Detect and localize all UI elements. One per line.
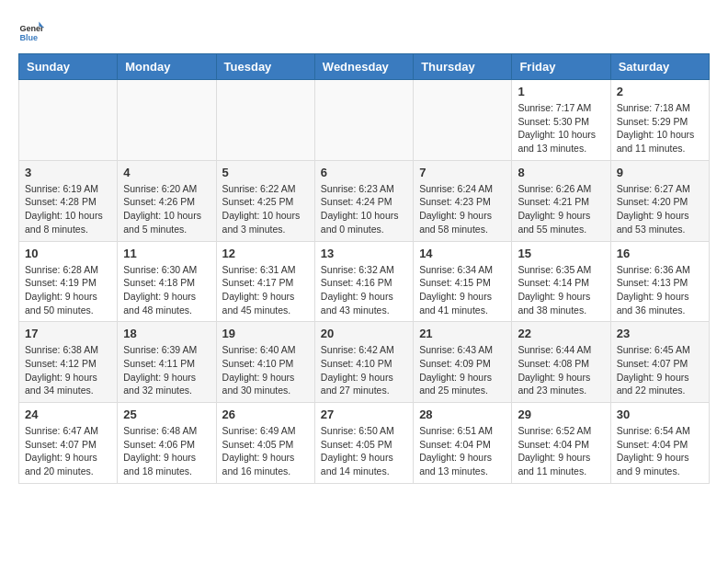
day-info: Sunrise: 6:28 AMSunset: 4:19 PMDaylight:… — [25, 263, 111, 317]
day-number: 6 — [321, 166, 407, 179]
col-header-friday: Friday — [512, 54, 610, 80]
day-number: 24 — [25, 408, 111, 421]
calendar-cell: 8Sunrise: 6:26 AMSunset: 4:21 PMDaylight… — [512, 160, 610, 241]
svg-text:Blue: Blue — [19, 33, 38, 42]
day-info: Sunrise: 6:54 AMSunset: 4:04 PMDaylight:… — [617, 424, 703, 478]
calendar-cell: 30Sunrise: 6:54 AMSunset: 4:04 PMDayligh… — [610, 403, 709, 484]
day-info: Sunrise: 6:42 AMSunset: 4:10 PMDaylight:… — [321, 343, 407, 397]
page-header: General Blue — [18, 18, 710, 44]
calendar-cell: 21Sunrise: 6:43 AMSunset: 4:09 PMDayligh… — [414, 322, 512, 403]
calendar-cell: 29Sunrise: 6:52 AMSunset: 4:04 PMDayligh… — [512, 403, 610, 484]
day-number: 29 — [518, 408, 604, 421]
day-info: Sunrise: 6:22 AMSunset: 4:25 PMDaylight:… — [222, 182, 309, 236]
day-info: Sunrise: 6:39 AMSunset: 4:11 PMDaylight:… — [123, 343, 210, 397]
calendar-cell: 16Sunrise: 6:36 AMSunset: 4:13 PMDayligh… — [610, 241, 709, 322]
calendar-cell: 5Sunrise: 6:22 AMSunset: 4:25 PMDaylight… — [216, 160, 314, 241]
day-number: 17 — [25, 327, 111, 340]
calendar-cell: 18Sunrise: 6:39 AMSunset: 4:11 PMDayligh… — [118, 322, 216, 403]
day-info: Sunrise: 6:27 AMSunset: 4:20 PMDaylight:… — [617, 182, 703, 236]
day-number: 20 — [321, 327, 407, 340]
calendar-cell — [414, 80, 512, 161]
day-info: Sunrise: 6:31 AMSunset: 4:17 PMDaylight:… — [222, 263, 309, 317]
day-number: 21 — [419, 327, 506, 340]
day-info: Sunrise: 6:44 AMSunset: 4:08 PMDaylight:… — [518, 343, 604, 397]
calendar-cell: 7Sunrise: 6:24 AMSunset: 4:23 PMDaylight… — [414, 160, 512, 241]
day-info: Sunrise: 6:49 AMSunset: 4:05 PMDaylight:… — [222, 424, 309, 478]
day-info: Sunrise: 6:32 AMSunset: 4:16 PMDaylight:… — [321, 263, 407, 317]
calendar-cell: 15Sunrise: 6:35 AMSunset: 4:14 PMDayligh… — [512, 241, 610, 322]
day-number: 11 — [123, 247, 210, 260]
calendar-cell: 17Sunrise: 6:38 AMSunset: 4:12 PMDayligh… — [19, 322, 118, 403]
calendar-cell: 20Sunrise: 6:42 AMSunset: 4:10 PMDayligh… — [314, 322, 413, 403]
day-info: Sunrise: 6:23 AMSunset: 4:24 PMDaylight:… — [321, 182, 407, 236]
day-info: Sunrise: 6:24 AMSunset: 4:23 PMDaylight:… — [419, 182, 506, 236]
day-info: Sunrise: 6:38 AMSunset: 4:12 PMDaylight:… — [25, 343, 111, 397]
day-info: Sunrise: 6:26 AMSunset: 4:21 PMDaylight:… — [518, 182, 604, 236]
col-header-tuesday: Tuesday — [216, 54, 314, 80]
day-info: Sunrise: 6:40 AMSunset: 4:10 PMDaylight:… — [222, 343, 309, 397]
day-number: 4 — [123, 166, 210, 179]
day-number: 30 — [617, 408, 703, 421]
day-info: Sunrise: 6:43 AMSunset: 4:09 PMDaylight:… — [419, 343, 506, 397]
day-info: Sunrise: 6:51 AMSunset: 4:04 PMDaylight:… — [419, 424, 506, 478]
day-number: 14 — [419, 247, 506, 260]
day-number: 8 — [518, 166, 604, 179]
day-info: Sunrise: 6:52 AMSunset: 4:04 PMDaylight:… — [518, 424, 604, 478]
day-number: 25 — [123, 408, 210, 421]
day-info: Sunrise: 6:50 AMSunset: 4:05 PMDaylight:… — [321, 424, 407, 478]
calendar-cell: 3Sunrise: 6:19 AMSunset: 4:28 PMDaylight… — [19, 160, 118, 241]
day-number: 22 — [518, 327, 604, 340]
calendar-cell: 10Sunrise: 6:28 AMSunset: 4:19 PMDayligh… — [19, 241, 118, 322]
calendar-cell: 24Sunrise: 6:47 AMSunset: 4:07 PMDayligh… — [19, 403, 118, 484]
col-header-thursday: Thursday — [414, 54, 512, 80]
calendar-cell — [314, 80, 413, 161]
calendar-header-row: SundayMondayTuesdayWednesdayThursdayFrid… — [19, 54, 710, 80]
day-number: 5 — [222, 166, 309, 179]
day-info: Sunrise: 7:17 AMSunset: 5:30 PMDaylight:… — [518, 101, 604, 155]
day-number: 23 — [617, 327, 703, 340]
calendar-cell: 22Sunrise: 6:44 AMSunset: 4:08 PMDayligh… — [512, 322, 610, 403]
calendar-cell: 28Sunrise: 6:51 AMSunset: 4:04 PMDayligh… — [414, 403, 512, 484]
day-number: 16 — [617, 247, 703, 260]
day-number: 26 — [222, 408, 309, 421]
day-number: 28 — [419, 408, 506, 421]
calendar-cell: 25Sunrise: 6:48 AMSunset: 4:06 PMDayligh… — [118, 403, 216, 484]
day-info: Sunrise: 6:34 AMSunset: 4:15 PMDaylight:… — [419, 263, 506, 317]
day-number: 13 — [321, 247, 407, 260]
calendar-week-2: 10Sunrise: 6:28 AMSunset: 4:19 PMDayligh… — [19, 241, 710, 322]
day-number: 27 — [321, 408, 407, 421]
col-header-monday: Monday — [118, 54, 216, 80]
calendar-cell: 2Sunrise: 7:18 AMSunset: 5:29 PMDaylight… — [610, 80, 709, 161]
calendar-cell: 4Sunrise: 6:20 AMSunset: 4:26 PMDaylight… — [118, 160, 216, 241]
calendar-week-3: 17Sunrise: 6:38 AMSunset: 4:12 PMDayligh… — [19, 322, 710, 403]
day-info: Sunrise: 6:19 AMSunset: 4:28 PMDaylight:… — [25, 182, 111, 236]
calendar-cell: 19Sunrise: 6:40 AMSunset: 4:10 PMDayligh… — [216, 322, 314, 403]
day-number: 9 — [617, 166, 703, 179]
calendar-cell — [19, 80, 118, 161]
calendar-week-1: 3Sunrise: 6:19 AMSunset: 4:28 PMDaylight… — [19, 160, 710, 241]
calendar-cell — [118, 80, 216, 161]
day-number: 1 — [518, 85, 604, 98]
day-number: 7 — [419, 166, 506, 179]
calendar-cell: 9Sunrise: 6:27 AMSunset: 4:20 PMDaylight… — [610, 160, 709, 241]
calendar-cell: 13Sunrise: 6:32 AMSunset: 4:16 PMDayligh… — [314, 241, 413, 322]
calendar-cell: 23Sunrise: 6:45 AMSunset: 4:07 PMDayligh… — [610, 322, 709, 403]
calendar-cell: 1Sunrise: 7:17 AMSunset: 5:30 PMDaylight… — [512, 80, 610, 161]
day-info: Sunrise: 7:18 AMSunset: 5:29 PMDaylight:… — [617, 101, 703, 155]
logo-icon: General Blue — [18, 18, 44, 44]
col-header-saturday: Saturday — [610, 54, 709, 80]
calendar-cell: 27Sunrise: 6:50 AMSunset: 4:05 PMDayligh… — [314, 403, 413, 484]
calendar-cell: 12Sunrise: 6:31 AMSunset: 4:17 PMDayligh… — [216, 241, 314, 322]
calendar-week-4: 24Sunrise: 6:47 AMSunset: 4:07 PMDayligh… — [19, 403, 710, 484]
day-number: 2 — [617, 85, 703, 98]
day-info: Sunrise: 6:36 AMSunset: 4:13 PMDaylight:… — [617, 263, 703, 317]
day-info: Sunrise: 6:20 AMSunset: 4:26 PMDaylight:… — [123, 182, 210, 236]
calendar-table: SundayMondayTuesdayWednesdayThursdayFrid… — [18, 53, 710, 484]
calendar-cell: 11Sunrise: 6:30 AMSunset: 4:18 PMDayligh… — [118, 241, 216, 322]
calendar-cell — [216, 80, 314, 161]
day-info: Sunrise: 6:30 AMSunset: 4:18 PMDaylight:… — [123, 263, 210, 317]
day-number: 15 — [518, 247, 604, 260]
calendar-week-0: 1Sunrise: 7:17 AMSunset: 5:30 PMDaylight… — [19, 80, 710, 161]
calendar-cell: 6Sunrise: 6:23 AMSunset: 4:24 PMDaylight… — [314, 160, 413, 241]
col-header-wednesday: Wednesday — [314, 54, 413, 80]
